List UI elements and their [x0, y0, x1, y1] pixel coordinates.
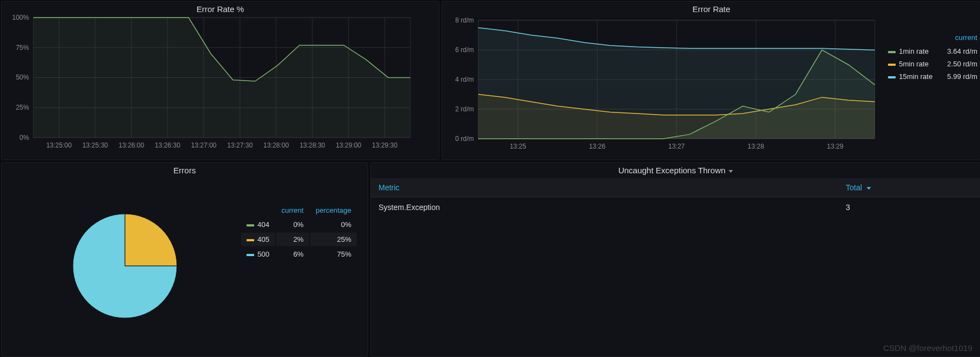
svg-text:13:29: 13:29 — [827, 143, 844, 150]
legend-swatch — [888, 51, 896, 53]
legend-error-rate: current 1min rate3.64 rd/m5min rate2.50 … — [885, 33, 980, 83]
legend-row[interactable]: 5min rate2.50 rd/m — [885, 58, 980, 70]
legend-row[interactable]: 4040%0% — [241, 218, 357, 231]
legend-pct: 25% — [310, 233, 357, 246]
legend-row[interactable]: 5006%75% — [241, 247, 357, 261]
table-row[interactable]: System.Exception3 — [371, 197, 980, 218]
svg-text:13:28:30: 13:28:30 — [300, 141, 325, 149]
legend-value: 2.50 rd/m — [941, 58, 980, 70]
table-uncaught: Metric Total System.Exception3 — [371, 178, 980, 217]
legend-label: 404 — [257, 220, 270, 229]
cell-metric: System.Exception — [371, 197, 838, 218]
panel-title: Error Rate — [442, 2, 980, 17]
svg-text:13:25:30: 13:25:30 — [82, 141, 108, 149]
svg-text:13:25:00: 13:25:00 — [46, 141, 72, 149]
svg-text:13:27:00: 13:27:00 — [191, 141, 217, 149]
legend-label: 5min rate — [899, 60, 929, 68]
legend-swatch — [247, 224, 254, 226]
legend-label: 405 — [257, 235, 270, 243]
legend-current: 0% — [276, 218, 309, 231]
legend-header: current — [885, 33, 980, 45]
legend-pct: 75% — [310, 247, 357, 261]
svg-text:13:28: 13:28 — [748, 143, 764, 150]
legend-swatch — [247, 254, 254, 256]
chart-error-rate: 0 rd/m2 rd/m4 rd/m6 rd/m8 rd/m13:2513:26… — [442, 17, 980, 160]
legend-value: 5.99 rd/m — [941, 70, 980, 83]
panel-error-rate[interactable]: Error Rate 0 rd/m2 rd/m4 rd/m6 rd/m8 rd/… — [442, 1, 980, 160]
svg-text:13:26:00: 13:26:00 — [119, 141, 145, 149]
svg-text:13:26: 13:26 — [589, 143, 605, 150]
chart-errors-pie: currentpercentage 4040%0%4052%25%5006%75… — [2, 178, 368, 356]
legend-errors: currentpercentage 4040%0%4052%25%5006%75… — [240, 203, 358, 262]
svg-text:13:29:30: 13:29:30 — [372, 141, 398, 149]
col-percentage: percentage — [310, 204, 357, 217]
legend-label: 1min rate — [899, 47, 929, 55]
legend-label: 15min rate — [899, 72, 932, 81]
col-metric[interactable]: Metric — [371, 178, 838, 197]
svg-text:4 rd/m: 4 rd/m — [455, 76, 474, 83]
panel-uncaught-exceptions[interactable]: Uncaught Exceptions Thrown Metric Total … — [370, 162, 980, 357]
svg-text:0 rd/m: 0 rd/m — [455, 135, 474, 143]
svg-text:13:25: 13:25 — [509, 143, 526, 150]
legend-swatch — [247, 239, 254, 241]
col-current: current — [276, 204, 309, 217]
panel-title[interactable]: Uncaught Exceptions Thrown — [371, 163, 980, 178]
legend-value: 3.64 rd/m — [941, 45, 980, 58]
svg-text:13:26:30: 13:26:30 — [155, 141, 181, 149]
svg-text:25%: 25% — [16, 104, 29, 111]
cell-total: 3 — [838, 197, 980, 218]
chart-error-rate-pct: 0%25%50%75%100%13:25:0013:25:3013:26:001… — [2, 14, 439, 160]
col-total[interactable]: Total — [838, 178, 980, 197]
svg-text:13:29:00: 13:29:00 — [336, 141, 362, 149]
legend-label: 500 — [257, 250, 270, 258]
panel-error-rate-pct[interactable]: Error Rate % 0%25%50%75%100%13:25:0013:2… — [1, 1, 439, 160]
legend-row[interactable]: 1min rate3.64 rd/m — [885, 45, 980, 58]
legend-current: 2% — [276, 233, 309, 246]
svg-text:13:27:30: 13:27:30 — [227, 141, 253, 149]
legend-pct: 0% — [310, 218, 357, 231]
svg-text:0%: 0% — [20, 133, 30, 141]
svg-text:8 rd/m: 8 rd/m — [455, 17, 474, 24]
svg-text:75%: 75% — [16, 43, 29, 51]
legend-row[interactable]: 4052%25% — [241, 233, 357, 246]
legend-current: 6% — [276, 247, 309, 261]
legend-swatch — [888, 76, 896, 78]
svg-text:100%: 100% — [12, 14, 29, 21]
legend-row[interactable]: 15min rate5.99 rd/m — [885, 70, 980, 83]
svg-text:50%: 50% — [16, 73, 29, 81]
panel-title: Error Rate % — [2, 2, 439, 14]
panel-errors[interactable]: Errors currentpercentage 4040%0%4052%25%… — [1, 162, 368, 357]
svg-text:13:28:00: 13:28:00 — [263, 141, 289, 149]
panel-title: Errors — [2, 163, 368, 178]
svg-text:13:27: 13:27 — [668, 143, 685, 150]
svg-text:6 rd/m: 6 rd/m — [455, 46, 474, 54]
legend-swatch — [888, 64, 896, 66]
svg-text:2 rd/m: 2 rd/m — [455, 105, 474, 113]
